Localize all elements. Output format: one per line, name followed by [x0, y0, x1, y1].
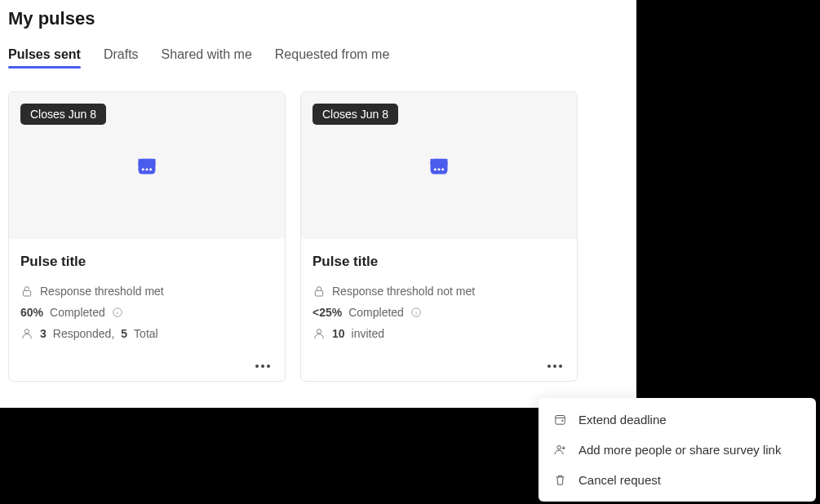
lock-closed-icon: [312, 285, 326, 298]
svg-point-12: [434, 168, 437, 170]
svg-rect-20: [556, 416, 565, 425]
closes-badge: Closes Jun 8: [312, 104, 398, 125]
pulse-title: Pulse title: [312, 254, 565, 270]
svg-point-3: [145, 168, 148, 170]
menu-label: Add more people or share survey link: [578, 443, 781, 457]
completion-label: Completed: [348, 306, 404, 319]
person-icon: [312, 327, 326, 340]
pulse-card[interactable]: Closes Jun 8 Pulse title Response thre: [300, 91, 578, 382]
page-title: My pulses: [8, 8, 628, 29]
menu-label: Cancel request: [578, 473, 661, 487]
svg-point-2: [142, 168, 144, 170]
svg-rect-5: [23, 290, 30, 296]
pulse-card[interactable]: Closes Jun 8 Pulse title Response thre: [8, 91, 286, 382]
total-count: 5: [121, 327, 127, 340]
menu-item-add-people[interactable]: Add more people or share survey link: [539, 435, 816, 465]
tab-drafts[interactable]: Drafts: [104, 47, 139, 69]
svg-rect-1: [139, 159, 156, 165]
completion-row: 60% Completed: [20, 306, 273, 319]
people-row: 3 Responded, 5 Total: [20, 327, 273, 340]
svg-point-13: [437, 168, 440, 170]
calendar-icon: [135, 154, 158, 177]
people-add-icon: [553, 443, 567, 457]
menu-label: Extend deadline: [578, 413, 667, 427]
card-header: Closes Jun 8: [301, 92, 577, 239]
info-icon: [112, 307, 123, 318]
people-row: 10 invited: [312, 327, 565, 340]
completion-row: <25% Completed: [312, 306, 565, 319]
svg-point-22: [557, 445, 561, 449]
svg-point-19: [317, 329, 321, 334]
invited-label: invited: [352, 327, 384, 340]
invited-count: 10: [332, 327, 345, 340]
threshold-text: Response threshold not met: [332, 285, 475, 298]
info-icon: [410, 307, 422, 318]
tab-requested-from-me[interactable]: Requested from me: [275, 47, 390, 69]
total-label: Total: [134, 327, 158, 340]
svg-point-14: [441, 168, 444, 170]
pulse-title: Pulse title: [20, 254, 273, 270]
svg-point-9: [24, 329, 29, 334]
more-options-button[interactable]: [252, 361, 273, 371]
responded-label: Responded,: [53, 327, 115, 340]
calendar-extend-icon: [553, 413, 567, 427]
responded-count: 3: [40, 327, 47, 340]
tab-pulses-sent[interactable]: Pulses sent: [8, 47, 81, 69]
more-options-button[interactable]: [544, 361, 565, 371]
tab-shared-with-me[interactable]: Shared with me: [162, 47, 252, 69]
completion-label: Completed: [50, 306, 105, 319]
completion-pct: 60%: [20, 306, 43, 319]
completion-pct: <25%: [312, 306, 342, 319]
card-header: Closes Jun 8: [9, 92, 285, 239]
menu-item-cancel-request[interactable]: Cancel request: [539, 465, 816, 495]
menu-item-extend-deadline[interactable]: Extend deadline: [539, 405, 816, 435]
closes-badge: Closes Jun 8: [20, 104, 106, 125]
svg-rect-15: [315, 290, 322, 296]
threshold-text: Response threshold met: [40, 285, 164, 298]
threshold-row: Response threshold not met: [312, 285, 565, 298]
trash-icon: [553, 473, 567, 487]
lock-open-icon: [20, 285, 33, 298]
tabs: Pulses sent Drafts Shared with me Reques…: [8, 47, 628, 69]
person-icon: [20, 327, 33, 340]
threshold-row: Response threshold met: [20, 285, 273, 298]
svg-point-4: [149, 168, 152, 170]
calendar-icon: [428, 154, 450, 177]
context-menu: Extend deadline Add more people or share…: [539, 398, 816, 502]
svg-rect-11: [431, 159, 448, 165]
